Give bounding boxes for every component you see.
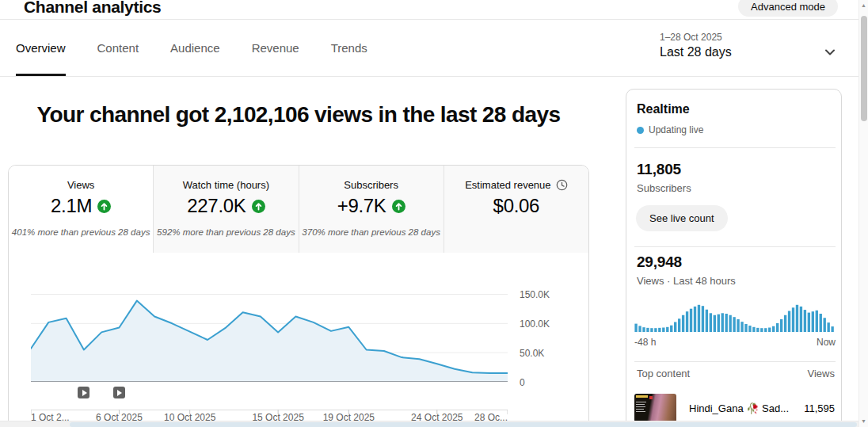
- realtime-card: Realtime Updating live 11,805 Subscriber…: [626, 89, 842, 427]
- divider: [634, 147, 836, 148]
- metric-label: Estimated revenue: [465, 179, 550, 191]
- metric-label: Subscribers: [299, 179, 444, 191]
- scroll-down-arrow-icon[interactable]: ▼: [859, 417, 868, 426]
- play-icon[interactable]: [113, 387, 125, 398]
- axis-right-label: Now: [817, 337, 836, 348]
- top-content-item[interactable]: Hindi_Gana 🥀 Sad... 11,595: [634, 393, 835, 423]
- metric-delta: 592% more than previous 28 days: [154, 227, 298, 237]
- metric-value: 2.1M: [51, 195, 92, 217]
- updating-live-status: Updating live: [637, 124, 703, 135]
- advanced-mode-button[interactable]: Advanced mode: [738, 0, 838, 17]
- metric-card-subscribers[interactable]: Subscribers +9.7K 370% more than previou…: [299, 166, 444, 253]
- views-headline: Your channel got 2,102,106 views in the …: [8, 102, 589, 128]
- metric-label: Watch time (hours): [154, 179, 298, 191]
- x-axis-ruler: [31, 405, 508, 411]
- y-axis-tick-label: 0: [520, 377, 525, 388]
- realtime-views-label: Views · Last 48 hours: [637, 275, 736, 287]
- metric-value: $0.06: [493, 195, 540, 217]
- realtime-axis-labels: -48 h Now: [634, 337, 836, 348]
- video-publish-markers: [31, 387, 508, 399]
- scroll-up-arrow-icon[interactable]: ▲: [859, 1, 868, 10]
- metric-card-estimated-revenue[interactable]: Estimated revenue $0.06: [444, 166, 588, 253]
- channel-analytics-page: Channel analytics Advanced mode Overview…: [0, 0, 868, 427]
- horizontal-scrollbar-thumb[interactable]: [70, 422, 857, 427]
- views-line-chart[interactable]: [31, 286, 508, 382]
- vertical-scrollbar-thumb[interactable]: [861, 16, 867, 121]
- video-thumbnail: [634, 394, 676, 422]
- video-views: 11,595: [804, 402, 835, 414]
- realtime-subscribers-count: 11,805: [637, 161, 681, 178]
- play-icon[interactable]: [78, 387, 89, 398]
- chevron-down-icon: [822, 44, 838, 60]
- divider: [634, 361, 836, 362]
- page-title: Channel analytics: [24, 0, 161, 17]
- realtime-subscribers-label: Subscribers: [637, 182, 691, 194]
- top-content-views-header: Views: [808, 368, 835, 379]
- metric-card-views[interactable]: Views 2.1M 401% more than previous 28 da…: [9, 166, 154, 253]
- y-axis-tick-label: 100.0K: [520, 318, 550, 330]
- metric-label: Views: [9, 179, 153, 191]
- y-axis-labels: 050.0K100.0K150.0K: [520, 286, 583, 382]
- date-range-text: 1–28 Oct 2025: [660, 32, 838, 43]
- date-range-picker[interactable]: 1–28 Oct 2025 Last 28 days: [660, 32, 838, 70]
- realtime-bar-chart[interactable]: [634, 302, 835, 332]
- top-content-header-row: Top content Views: [637, 368, 835, 379]
- top-content-header: Top content: [637, 368, 690, 379]
- horizontal-scrollbar[interactable]: [0, 421, 858, 427]
- y-axis-tick-label: 50.0K: [520, 348, 544, 359]
- arrow-up-circle-icon: [252, 200, 265, 213]
- realtime-views-count: 29,948: [637, 254, 682, 271]
- metric-value: +9.7K: [337, 195, 386, 217]
- axis-left-label: -48 h: [634, 337, 656, 348]
- live-dot-icon: [637, 127, 644, 134]
- tab-list: Overview Content Audience Revenue Trends: [16, 20, 367, 76]
- video-title: Hindi_Gana 🥀 Sad...: [689, 402, 804, 414]
- tab-overview[interactable]: Overview: [16, 20, 66, 76]
- divider: [634, 246, 836, 247]
- metric-card-watch-time[interactable]: Watch time (hours) 227.0K 592% more than…: [154, 166, 299, 253]
- metric-card-row: Views 2.1M 401% more than previous 28 da…: [9, 166, 588, 253]
- arrow-up-circle-icon: [392, 200, 405, 213]
- clock-icon: [556, 179, 568, 191]
- see-live-count-button[interactable]: See live count: [636, 205, 728, 231]
- top-header-bar: Channel analytics Advanced mode: [0, 0, 868, 20]
- tab-trends[interactable]: Trends: [331, 20, 367, 76]
- arrow-up-circle-icon: [97, 200, 111, 213]
- date-range-label: Last 28 days: [660, 45, 838, 59]
- metric-delta: 370% more than previous 28 days: [299, 227, 444, 237]
- y-axis-tick-label: 150.0K: [520, 289, 550, 300]
- metric-value: 227.0K: [187, 195, 246, 217]
- vertical-scrollbar[interactable]: ▲ ▼: [858, 0, 868, 427]
- analytics-tab-bar: Overview Content Audience Revenue Trends…: [0, 20, 868, 77]
- tab-audience[interactable]: Audience: [170, 20, 220, 76]
- overview-chart-card: Views 2.1M 401% more than previous 28 da…: [8, 165, 589, 427]
- metric-delta: 401% more than previous 28 days: [9, 227, 153, 237]
- tab-revenue[interactable]: Revenue: [252, 20, 299, 76]
- tab-content[interactable]: Content: [97, 20, 139, 76]
- updating-live-label: Updating live: [649, 124, 703, 135]
- realtime-title: Realtime: [637, 102, 690, 116]
